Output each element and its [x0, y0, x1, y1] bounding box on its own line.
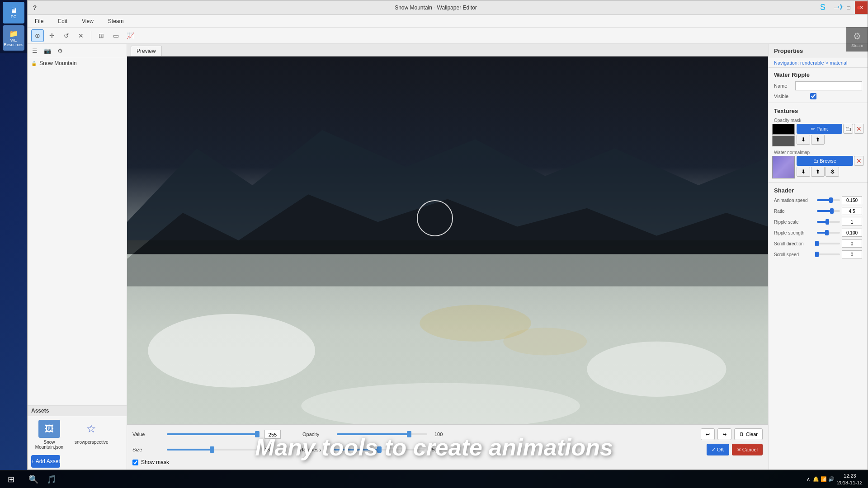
ripple-strength-slider[interactable]	[817, 232, 840, 234]
undo-button[interactable]: ↩	[701, 428, 715, 440]
remove-button[interactable]: ✕	[854, 124, 864, 134]
opacity-thumb[interactable]	[407, 431, 411, 437]
paint-button[interactable]: ✏ Paint	[797, 124, 842, 134]
normalmap-settings-btn[interactable]: ⚙	[826, 167, 839, 177]
desktop-icon-resources[interactable]: 📁 WE Resources	[3, 25, 24, 51]
ripple-scale-slider[interactable]	[817, 221, 840, 223]
ripple-strength-value[interactable]: 0.100	[842, 229, 862, 237]
svg-point-6	[587, 342, 726, 397]
ripple-strength-thumb[interactable]	[825, 230, 829, 235]
show-mask-checkbox[interactable]	[132, 460, 138, 465]
taskbar-music[interactable]: 🎵	[43, 471, 60, 488]
ratio-slider[interactable]	[817, 210, 840, 212]
tray-arrow[interactable]: ∧	[807, 476, 810, 482]
left-panel-toolbar: ☰ 📷 ⚙	[28, 44, 127, 58]
telegram-icon[interactable]: ✈	[832, 0, 850, 14]
left-bottom: Assets 🖼 Snow Mountain.json ☆ snowperspe…	[28, 405, 127, 469]
taskbar-search[interactable]: 🔍	[25, 471, 42, 488]
hardness-slider[interactable]	[334, 449, 425, 450]
scroll-speed-value[interactable]: 0	[842, 250, 862, 258]
tool-move[interactable]: ⊕	[31, 29, 44, 42]
menu-edit[interactable]: Edit	[54, 16, 71, 26]
size-slider[interactable]	[167, 449, 257, 450]
ok-button[interactable]: ✓ OK	[707, 444, 729, 455]
ratio-value[interactable]: 4.5	[842, 207, 862, 215]
browse-row: 🗀 Browse ✕	[797, 156, 864, 166]
control-row-1: Value 255 Opacity 100	[132, 428, 763, 440]
shader-row-anim-speed: Animation speed 0.150	[769, 195, 868, 206]
clear-button[interactable]: 🗒 Clear	[734, 428, 763, 440]
opacity-mask-controls: ✏ Paint 🗀 ✕ ⬇ ⬆	[797, 124, 864, 146]
title-bar: ? Snow Mountain - Wallpaper Editor ─ □ ✕	[28, 0, 868, 15]
anim-speed-thumb[interactable]	[829, 197, 833, 203]
hardness-label: Hardness	[300, 447, 327, 452]
add-asset-button[interactable]: + Add Asset	[31, 455, 60, 468]
asset-item-perspective[interactable]: ☆ snowperspective	[75, 420, 108, 445]
left-panel: ☰ 📷 ⚙ 🔒 Snow Mountain Assets 🖼 Snow Moun…	[28, 44, 127, 469]
anim-speed-slider[interactable]	[817, 199, 840, 201]
menu-steam[interactable]: Steam	[104, 16, 127, 26]
normalmap-dl-btn[interactable]: ⬇	[797, 167, 810, 177]
redo-button[interactable]: ↪	[717, 428, 731, 440]
help-button[interactable]: ?	[28, 0, 42, 15]
svg-point-5	[148, 314, 315, 388]
preview-canvas[interactable]	[127, 56, 768, 424]
tool-transform[interactable]: ✛	[46, 29, 58, 42]
ratio-thumb[interactable]	[830, 208, 834, 214]
folder-button[interactable]: 🗀	[843, 124, 853, 134]
tool-panel[interactable]: ▭	[109, 29, 122, 42]
preview-tab[interactable]: Preview	[131, 46, 162, 56]
asset-item-snow[interactable]: 🖼 Snow Mountain.json	[31, 420, 67, 450]
taskbar-tray: ∧ 🔔 📶 🔊 12:23 2018-11-12	[801, 473, 868, 486]
tool-close[interactable]: ✕	[75, 29, 87, 42]
tool-chart[interactable]: 📈	[124, 29, 137, 42]
time-display: 12:23	[837, 473, 863, 479]
asset-name-snow: Snow Mountain.json	[31, 440, 67, 450]
size-thumb[interactable]	[210, 446, 214, 453]
start-button[interactable]: ⊞	[0, 470, 22, 488]
size-label: Size	[132, 447, 160, 452]
value-input[interactable]: 255	[264, 430, 281, 439]
hardness-thumb[interactable]	[377, 446, 382, 453]
shader-row-ratio: Ratio 4.5	[769, 206, 868, 216]
anim-speed-value[interactable]: 0.150	[842, 196, 862, 204]
menu-file[interactable]: File	[31, 16, 47, 26]
normalmap-ul-btn[interactable]: ⬆	[811, 167, 825, 177]
steam-sidebar[interactable]: ⚙ Steam	[846, 27, 868, 52]
properties-nav[interactable]: Navigation: renderable > material	[769, 58, 868, 68]
tool-grid[interactable]: ⊞	[95, 29, 108, 42]
chrome-icon[interactable]: ●	[850, 0, 868, 14]
scroll-dir-slider[interactable]	[817, 243, 840, 244]
menu-view[interactable]: View	[78, 16, 97, 26]
normalmap-thumb	[772, 156, 795, 178]
name-input[interactable]	[795, 81, 862, 90]
opacity-slider[interactable]	[337, 433, 427, 435]
prop-name-row: Name	[769, 80, 868, 92]
toolbar: ⊕ ✛ ↺ ✕ ⊞ ▭ 📈	[28, 28, 868, 44]
value-thumb[interactable]	[255, 431, 259, 437]
scroll-speed-slider[interactable]	[817, 253, 840, 255]
tex-upload-btn[interactable]: ⬆	[811, 135, 825, 145]
ripple-scale-value[interactable]: 1	[842, 218, 862, 226]
browse-button[interactable]: 🗀 Browse	[797, 156, 853, 166]
tool-refresh[interactable]: ↺	[60, 29, 73, 42]
shader-header: Shader	[769, 184, 868, 195]
tex-download-btn[interactable]: ⬇	[797, 135, 810, 145]
control-actions-2: ✓ OK ✕ Cancel	[707, 444, 763, 455]
scroll-speed-thumb[interactable]	[815, 252, 819, 257]
value-fill	[167, 433, 257, 435]
skype-icon[interactable]: S	[814, 0, 832, 14]
panel-settings-btn[interactable]: ⚙	[55, 46, 66, 56]
panel-list-btn[interactable]: ☰	[29, 46, 40, 56]
desktop-icon-pc[interactable]: 🖥 PC	[3, 2, 24, 23]
cancel-button[interactable]: ✕ Cancel	[732, 444, 763, 455]
scroll-dir-value[interactable]: 0	[842, 239, 862, 248]
toolbar-separator	[91, 31, 91, 40]
scroll-dir-thumb[interactable]	[815, 241, 819, 246]
value-slider[interactable]	[167, 433, 257, 435]
visible-checkbox[interactable]	[810, 93, 816, 99]
ripple-scale-thumb[interactable]	[826, 219, 829, 225]
remove-normalmap-button[interactable]: ✕	[854, 156, 864, 166]
panel-camera-btn[interactable]: 📷	[42, 46, 53, 56]
tree-item-project[interactable]: 🔒 Snow Mountain	[28, 58, 127, 68]
